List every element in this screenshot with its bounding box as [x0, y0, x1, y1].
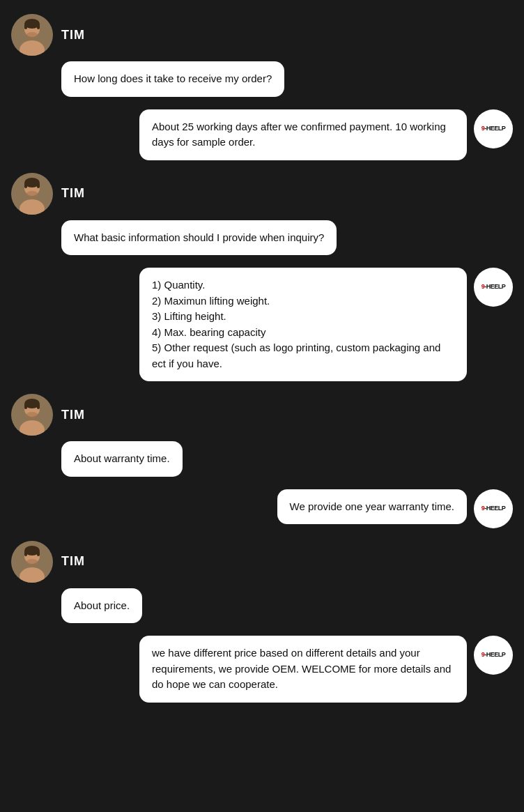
user-bubble-1: How long does it take to receive my orde…: [61, 61, 284, 97]
user-name-label: TIM: [61, 28, 85, 43]
bot-bubble-wrap-2: About 25 working days after we confirmed…: [139, 109, 513, 160]
user-message-7-text: About price.: [74, 599, 130, 611]
svg-point-13: [26, 191, 38, 198]
bot-logo-4: 9-HEELP: [481, 284, 506, 291]
svg-rect-18: [24, 404, 27, 409]
user-message-5-text: About warranty time.: [74, 452, 170, 464]
user-header-7: TIM: [11, 541, 85, 583]
user-message-1-text: How long does it take to receive my orde…: [74, 72, 272, 84]
bot-bubble-4: 1) Quantity. 2) Maximun lifting weight. …: [139, 268, 467, 381]
bot-avatar-2: 9-HEELP: [474, 109, 513, 148]
bot-avatar-4: 9-HEELP: [474, 268, 513, 307]
user-avatar-3: [11, 173, 53, 215]
message-row-2: About 25 working days after we confirmed…: [11, 109, 513, 160]
svg-rect-11: [24, 183, 27, 188]
bot-bubble-8: we have different price based on differe…: [139, 636, 467, 703]
bot-logo-6: 9-HEELP: [481, 505, 506, 512]
user-avatar-7: [11, 541, 53, 583]
svg-rect-25: [24, 551, 27, 556]
user-bubble-5: About warranty time.: [61, 441, 183, 477]
user-name-label-3: TIM: [61, 186, 85, 201]
message-row-3: TIM What basic information should I prov…: [11, 173, 513, 256]
user-message-3-text: What basic information should I provide …: [74, 231, 324, 243]
bot-bubble-wrap-8: we have different price based on differe…: [139, 636, 513, 703]
svg-rect-26: [37, 551, 40, 556]
svg-rect-5: [37, 24, 40, 29]
message-row-7: TIM About price.: [11, 541, 513, 624]
user-avatar: [11, 14, 53, 56]
user-header-3: TIM: [11, 173, 85, 215]
bot-logo-2: 9-HEELP: [481, 125, 506, 132]
bot-bubble-wrap-6: We provide one year warranty time. 9-HEE…: [277, 489, 514, 528]
bot-logo-8: 9-HEELP: [481, 652, 506, 659]
user-header: TIM: [11, 14, 85, 56]
svg-rect-19: [37, 404, 40, 409]
message-row-6: We provide one year warranty time. 9-HEE…: [11, 489, 513, 528]
bot-message-6-text: We provide one year warranty time.: [290, 500, 455, 512]
message-row-1: TIM How long does it take to receive my …: [11, 14, 513, 97]
bot-bubble-6: We provide one year warranty time.: [277, 489, 468, 525]
message-row-8: we have different price based on differe…: [11, 636, 513, 703]
user-bubble-7: About price.: [61, 588, 142, 624]
chat-container: TIM How long does it take to receive my …: [11, 14, 513, 715]
bot-avatar-8: 9-HEELP: [474, 636, 513, 675]
user-avatar-5: [11, 394, 53, 436]
user-name-label-7: TIM: [61, 554, 85, 569]
user-bubble-3: What basic information should I provide …: [61, 220, 337, 256]
user-header-5: TIM: [11, 394, 85, 436]
svg-rect-12: [37, 183, 40, 188]
bot-bubble-wrap-4: 1) Quantity. 2) Maximun lifting weight. …: [139, 268, 513, 381]
svg-point-20: [26, 412, 38, 419]
message-row-4: 1) Quantity. 2) Maximun lifting weight. …: [11, 268, 513, 381]
svg-point-27: [26, 559, 38, 566]
svg-rect-4: [24, 24, 27, 29]
user-name-label-5: TIM: [61, 408, 85, 422]
bot-avatar-6: 9-HEELP: [474, 489, 513, 528]
bot-bubble-2: About 25 working days after we confirmed…: [139, 109, 467, 160]
svg-point-6: [26, 32, 38, 39]
message-row-5: TIM About warranty time.: [11, 394, 513, 477]
bot-message-2-text: About 25 working days after we confirmed…: [152, 121, 446, 148]
bot-message-8-text: we have different price based on differe…: [152, 647, 451, 690]
bot-message-4-text: 1) Quantity. 2) Maximun lifting weight. …: [152, 279, 440, 369]
